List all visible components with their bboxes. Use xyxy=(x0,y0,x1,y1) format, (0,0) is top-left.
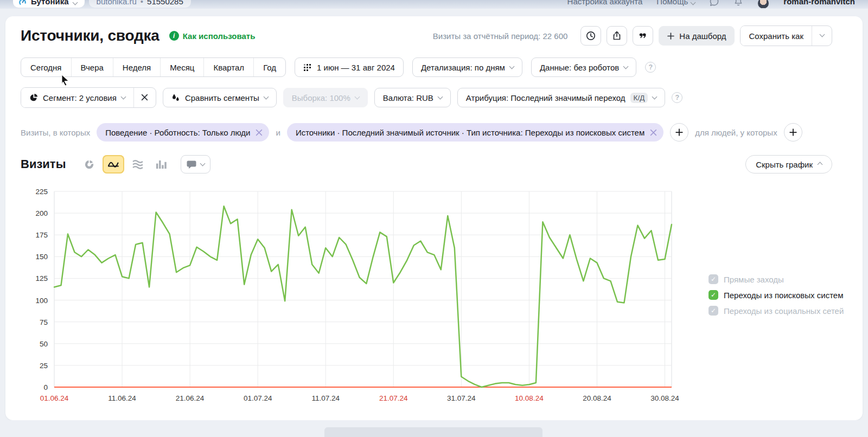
legend-item-1[interactable]: ✓Переходы из поисковых систем xyxy=(709,290,844,300)
chart-type-pie-button[interactable] xyxy=(80,155,98,173)
segment-suffix-label: для людей, у которых xyxy=(695,128,777,137)
separator-dot: • xyxy=(141,0,143,6)
period-year[interactable]: Год xyxy=(253,58,285,76)
period-yesterday[interactable]: Вчера xyxy=(71,58,113,76)
plus-icon xyxy=(675,128,683,136)
segment-prefix-label: Визиты, в которых xyxy=(21,128,90,137)
x-axis-tick: 31.07.24 xyxy=(447,394,476,402)
currency-dropdown[interactable]: Валюта: RUB xyxy=(374,88,451,107)
help-label: Помощь xyxy=(656,0,688,6)
sampling-dropdown[interactable]: Выборка: 100% xyxy=(283,88,368,107)
date-range-button[interactable]: 1 июн — 31 авг 2024 xyxy=(295,57,404,77)
x-axis-tick: 30.08.24 xyxy=(650,394,679,402)
y-axis-tick: 50 xyxy=(40,340,48,348)
comments-dropdown[interactable] xyxy=(181,155,210,173)
visits-line-chart[interactable]: 025507510012515017520022501.06.2411.06.2… xyxy=(21,184,710,407)
notifications-bell-icon[interactable] xyxy=(733,0,743,8)
save-as-split-button: Сохранить как xyxy=(740,25,832,46)
title-row: Источники, сводка i Как использовать Виз… xyxy=(21,25,847,47)
clear-segment-button[interactable] xyxy=(134,88,156,106)
detalization-dropdown[interactable]: Детализация: по дням xyxy=(412,57,522,77)
user-avatar[interactable] xyxy=(757,0,769,9)
x-axis-tick: 20.08.24 xyxy=(583,394,611,402)
help-icon[interactable]: ? xyxy=(672,92,682,103)
data-mode-dropdown[interactable]: Данные: без роботов xyxy=(531,57,636,77)
chevron-down-icon xyxy=(200,161,206,166)
period-today[interactable]: Сегодня xyxy=(21,58,71,76)
x-axis-tick: 01.07.24 xyxy=(244,394,272,402)
period-filter-row: Сегодня Вчера Неделя Месяц Квартал Год 1… xyxy=(21,57,847,77)
counter-info[interactable]: butonika.ru • 51550285 xyxy=(89,0,191,8)
period-month[interactable]: Месяц xyxy=(160,58,203,76)
legend-checkbox[interactable]: ✓ xyxy=(709,306,718,316)
compare-segments-label: Сравнить сегменты xyxy=(185,93,259,102)
chevron-down-icon xyxy=(819,32,825,37)
chevron-down-icon xyxy=(263,94,269,100)
add-visit-condition-button[interactable] xyxy=(670,123,688,142)
y-axis-tick: 200 xyxy=(35,209,48,217)
save-as-dropdown-button[interactable] xyxy=(812,26,832,44)
conjunction-label: и xyxy=(276,128,280,137)
x-axis-tick: 21.07.24 xyxy=(379,394,408,402)
account-settings-link[interactable]: Настройка аккаунта xyxy=(567,0,643,8)
counter-name: Бутоника xyxy=(31,0,69,6)
feedback-chat-icon[interactable] xyxy=(709,0,719,8)
add-to-dashboard-label: На дашборд xyxy=(679,31,726,41)
plus-icon xyxy=(789,128,797,136)
legend-checkbox[interactable]: ✓ xyxy=(709,274,718,284)
horizontal-scrollbar[interactable] xyxy=(324,427,542,437)
page-title: Источники, сводка xyxy=(21,27,159,44)
close-icon xyxy=(141,94,148,101)
help-icon[interactable]: ? xyxy=(645,62,656,73)
metrica-logo-icon xyxy=(18,0,27,6)
chart-type-line-button[interactable] xyxy=(103,155,124,173)
x-axis-tick: 11.07.24 xyxy=(311,394,340,402)
attribution-dropdown[interactable]: Атрибуция: Последний значимый переход К/… xyxy=(457,88,666,107)
chart-type-columns-button[interactable] xyxy=(151,155,170,173)
add-user-condition-button[interactable] xyxy=(784,123,802,142)
save-as-button[interactable]: Сохранить как xyxy=(741,26,812,46)
quotes-icon xyxy=(637,30,648,41)
legend-item-2[interactable]: ✓Переходы из социальных сетей xyxy=(709,306,844,316)
annotations-button[interactable] xyxy=(633,26,653,46)
hide-chart-label: Скрыть график xyxy=(756,160,813,169)
period-quarter[interactable]: Квартал xyxy=(203,58,253,76)
legend-checkbox[interactable]: ✓ xyxy=(709,290,718,300)
segment-chip-robots[interactable]: Поведение · Роботность: Только люди xyxy=(97,123,269,142)
counter-selector[interactable]: Бутоника xyxy=(13,0,85,8)
hide-chart-button[interactable]: Скрыть график xyxy=(745,155,832,173)
how-to-use-label: Как использовать xyxy=(183,31,256,41)
chevron-down-icon xyxy=(437,94,443,100)
history-clock-button[interactable] xyxy=(580,26,601,46)
segment-dropdown[interactable]: Сегмент: 2 условия xyxy=(21,88,133,107)
period-week[interactable]: Неделя xyxy=(113,58,160,76)
x-axis-tick: 21.06.24 xyxy=(176,394,205,402)
legend-item-0[interactable]: ✓Прямые заходы xyxy=(709,274,844,284)
metric-title: Визиты xyxy=(21,157,66,171)
add-to-dashboard-button[interactable]: На дашборд xyxy=(659,26,735,46)
compare-segments-dropdown[interactable]: Сравнить сегменты xyxy=(163,88,277,107)
how-to-use-link[interactable]: i Как использовать xyxy=(169,31,256,41)
chevron-down-icon xyxy=(652,94,658,100)
topbar-right: Настройка аккаунта Помощь roman-romanvit… xyxy=(567,0,855,8)
y-axis-tick: 0 xyxy=(43,383,48,391)
export-icon xyxy=(611,30,622,41)
currency-label: Валюта: RUB xyxy=(383,93,433,102)
segment-chip-source[interactable]: Источники · Последний значимый источник … xyxy=(287,123,663,142)
segment-label: Сегмент: 2 условия xyxy=(43,93,117,102)
y-axis-tick: 225 xyxy=(35,188,48,196)
chevron-down-icon xyxy=(509,64,514,69)
chart-type-stacked-button[interactable] xyxy=(129,155,147,173)
chevron-down-icon xyxy=(623,64,629,69)
username[interactable]: roman-romanvitch xyxy=(783,0,855,8)
help-menu[interactable]: Помощь xyxy=(656,0,695,8)
legend-label: Прямые заходы xyxy=(724,275,784,284)
x-axis-tick: 01.06.24 xyxy=(40,394,69,402)
export-button[interactable] xyxy=(607,26,627,46)
segment-chip-label: Поведение · Роботность: Только люди xyxy=(105,128,250,137)
x-axis-tick: 10.08.24 xyxy=(515,394,544,402)
clock-icon xyxy=(585,30,596,41)
period-visits-summary: Визиты за отчётный период: 22 600 xyxy=(433,31,568,41)
close-icon[interactable] xyxy=(650,129,657,136)
close-icon[interactable] xyxy=(256,129,263,136)
